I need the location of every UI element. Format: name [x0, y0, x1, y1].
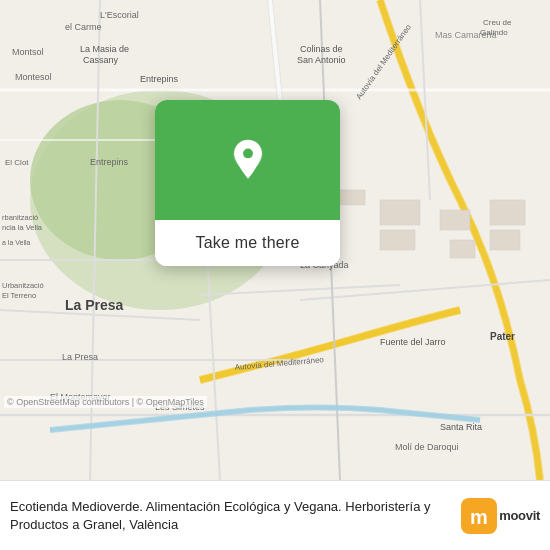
svg-text:El Clot: El Clot: [5, 158, 29, 167]
moovit-text: moovit: [499, 508, 540, 523]
svg-rect-19: [380, 200, 420, 225]
svg-text:el Carme: el Carme: [65, 22, 102, 32]
svg-text:Creu de: Creu de: [483, 18, 512, 27]
pin-icon: [226, 138, 270, 182]
svg-text:Pater: Pater: [490, 331, 515, 342]
svg-text:Entrepins: Entrepins: [140, 74, 179, 84]
svg-rect-20: [380, 230, 415, 250]
svg-text:San Antonio: San Antonio: [297, 55, 346, 65]
card-map-area: [155, 100, 340, 220]
svg-text:Entrepins: Entrepins: [90, 157, 129, 167]
moovit-icon: m: [461, 498, 497, 534]
svg-text:Santa Rita: Santa Rita: [440, 422, 482, 432]
svg-text:La Presa: La Presa: [65, 297, 124, 313]
place-info: Ecotienda Medioverde. Alimentación Ecoló…: [10, 498, 461, 533]
svg-text:El Terreno: El Terreno: [2, 291, 36, 300]
svg-rect-21: [440, 210, 470, 230]
svg-rect-23: [490, 200, 525, 225]
location-card: Take me there: [155, 100, 340, 266]
take-me-there-button[interactable]: Take me there: [155, 220, 340, 266]
svg-text:L'Escorial: L'Escorial: [100, 10, 139, 20]
svg-text:La Masia de: La Masia de: [80, 44, 129, 54]
svg-text:Galindo: Galindo: [480, 28, 508, 37]
svg-text:m: m: [470, 506, 488, 528]
svg-rect-24: [490, 230, 520, 250]
bottom-info-bar: Ecotienda Medioverde. Alimentación Ecoló…: [0, 480, 550, 550]
map-attribution: © OpenStreetMap contributors | © OpenMap…: [4, 396, 207, 408]
svg-text:Colinas de: Colinas de: [300, 44, 343, 54]
place-name: Ecotienda Medioverde. Alimentación Ecoló…: [10, 498, 451, 533]
svg-point-57: [243, 149, 253, 159]
svg-rect-22: [450, 240, 475, 258]
svg-text:Montesol: Montesol: [15, 72, 52, 82]
svg-text:rbanització: rbanització: [2, 213, 38, 222]
svg-text:Fuente del Jarro: Fuente del Jarro: [380, 337, 446, 347]
svg-text:a la Vella: a la Vella: [2, 239, 31, 246]
svg-text:Molí de Daroqui: Molí de Daroqui: [395, 442, 459, 452]
map-container: el Carme L'Escorial Montsol La Masia de …: [0, 0, 550, 480]
svg-text:Cassany: Cassany: [83, 55, 119, 65]
svg-text:ncia la Vella: ncia la Vella: [2, 223, 43, 232]
svg-text:La Presa: La Presa: [62, 352, 98, 362]
svg-text:Montsol: Montsol: [12, 47, 44, 57]
svg-rect-18: [340, 190, 365, 205]
svg-text:Urbanització: Urbanització: [2, 281, 44, 290]
moovit-logo: m moovit: [461, 498, 540, 534]
